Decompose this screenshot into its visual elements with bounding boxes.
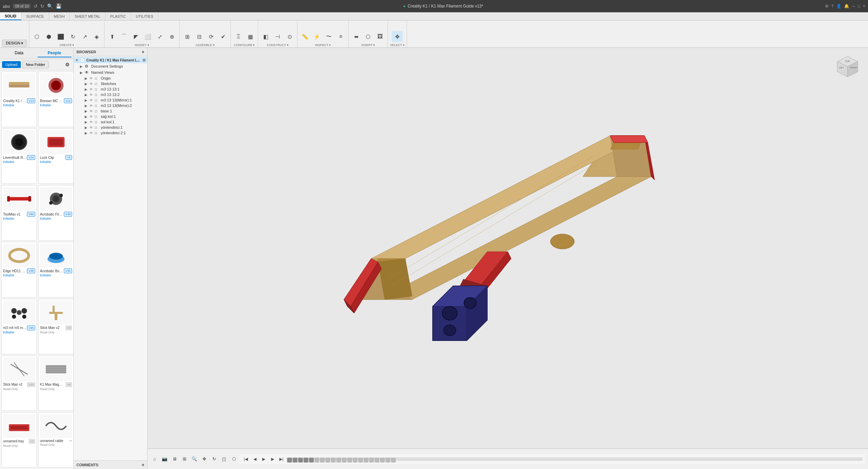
modify-press-icon[interactable]: ⬆ — [107, 31, 117, 42]
construct-plane-icon[interactable]: ◧ — [260, 31, 271, 42]
tree-item-m3-mirror-1[interactable]: ▶ 👁 □ m3 13 13(Mirror):1 — [74, 97, 147, 103]
tab-utilities[interactable]: UTILITIES — [131, 12, 158, 20]
tab-plastic[interactable]: PLASTIC — [106, 12, 131, 20]
tab-data[interactable]: Data — [2, 49, 36, 57]
view-display-icon[interactable]: 🖥 — [170, 455, 179, 464]
assemble-joint-icon[interactable]: ⊞ — [182, 31, 193, 42]
asset-item[interactable]: Stick Man v2 V3 Read-Only — [38, 299, 73, 354]
tree-item-yon-1[interactable]: ▶ 👁 □ yönlendirici:1 — [74, 125, 147, 130]
construct-axis-icon[interactable]: ⊣ — [272, 31, 283, 42]
tree-item-sol-kol[interactable]: ▶ 👁 □ sol kol:1 — [74, 119, 147, 125]
assemble-asbuilt-icon[interactable]: ⊟ — [194, 31, 205, 42]
timeline-end-btn[interactable]: ▶| — [278, 455, 285, 463]
tab-solid[interactable]: SOLID — [0, 12, 22, 20]
create-cyl-icon[interactable]: ⬢ — [43, 31, 54, 42]
tree-item-doc-settings[interactable]: ▶ ⚙ Document Settings — [74, 63, 147, 69]
tab-mesh[interactable]: MESH — [49, 12, 70, 20]
minimize-icon[interactable]: ─ — [852, 4, 855, 9]
insert-svg-icon[interactable]: ⬌ — [351, 31, 362, 42]
settings-icon[interactable]: ⚙ — [825, 4, 829, 9]
tree-item-m3-mirror-2[interactable]: ▶ 👁 □ m3 13 13(Mirror):2 — [74, 103, 147, 108]
create-revolve-icon[interactable]: ↻ — [67, 31, 78, 42]
tree-item-yon-2[interactable]: ▶ 👁 □ yönlendirici 2:1 — [74, 130, 147, 136]
asset-item[interactable]: Creality K1 / K1... V13 Editable — [1, 72, 37, 127]
settings-button[interactable]: ⚙ — [63, 60, 71, 69]
save-icon[interactable]: 💾 — [56, 3, 61, 9]
modify-chamfer-icon[interactable]: ◤ — [130, 31, 141, 42]
tree-item-root[interactable]: ▼ 📄 Creality K1 / K1 Max Filament L... ⚙ — [74, 57, 147, 63]
viewcube[interactable]: TOP FRONT LEFT — [834, 55, 861, 82]
tree-item-m3-1[interactable]: ▶ 👁 □ m3 13 13:1 — [74, 86, 147, 92]
redo-icon[interactable]: ↻ — [40, 3, 44, 9]
tab-sheet-metal[interactable]: SHEET METAL — [70, 12, 105, 20]
view-pan-icon[interactable]: ✥ — [200, 455, 209, 464]
timeline-prev-btn[interactable]: ◀ — [251, 455, 258, 463]
tree-item-sag-kol[interactable]: ▶ 👁 □ sağ kol:1 — [74, 114, 147, 119]
inspect-zebra-icon[interactable]: ≡ — [335, 31, 346, 42]
view-zoom-icon[interactable]: 🔍 — [190, 455, 199, 464]
asset-item[interactable]: Bresser MC 127... V12 Editable — [38, 72, 73, 127]
asset-item[interactable]: ToolMax v1 V40 Editable — [1, 185, 37, 240]
modify-scale-icon[interactable]: ⤢ — [154, 31, 165, 42]
asset-item[interactable]: m3 m4 m5 m6 1... V45 Editable — [1, 299, 37, 354]
comments-expand-icon[interactable]: + — [142, 462, 144, 468]
inspect-curvature-icon[interactable]: 〜 — [323, 31, 334, 42]
configure-param-icon[interactable]: Ξ — [233, 31, 244, 42]
maximize-icon[interactable]: □ — [858, 4, 860, 9]
tab-surface[interactable]: SURFACE — [22, 12, 49, 20]
upload-button[interactable]: Upload — [2, 61, 21, 68]
create-loft-icon[interactable]: ◈ — [91, 31, 102, 42]
tree-item-origin[interactable]: ▶ 👁 □ Origin — [74, 75, 147, 81]
tree-item-base1[interactable]: ▶ 👁 □ base 1 — [74, 108, 147, 114]
modify-shell-icon[interactable]: ⬜ — [142, 31, 153, 42]
asset-item[interactable]: Acrobatic Filame... V40 Editable — [38, 185, 73, 240]
asset-item[interactable]: Lock Clip V5 Editable — [38, 128, 73, 184]
help-icon[interactable]: ? — [831, 4, 834, 9]
create-sweep-icon[interactable]: ↗ — [79, 31, 90, 42]
timeline-play-btn[interactable]: ▶ — [260, 455, 267, 463]
close-icon[interactable]: × — [863, 4, 865, 9]
modify-fillet-icon[interactable]: ⌒ — [118, 31, 129, 42]
new-folder-button[interactable]: New Folder — [22, 61, 49, 68]
timeline-next-btn[interactable]: ▶ — [269, 455, 276, 463]
asset-item[interactable]: Acrobatic Bowd... V35 Editable — [38, 242, 73, 297]
view-orbit-icon[interactable]: ↻ — [210, 455, 219, 464]
view-camera-icon[interactable]: 📷 — [160, 455, 169, 464]
viewport[interactable]: TOP FRONT LEFT ⌂ 📷 🖥 ⊞ 🔍 ✥ ↻ ◫ ⬡ |◀ ◀ ▶ … — [148, 48, 868, 469]
inspect-measure-icon[interactable]: 📏 — [299, 31, 310, 42]
undo-icon[interactable]: ↺ — [33, 3, 38, 9]
asset-item[interactable]: unnamed cable Read-Only — [38, 412, 73, 468]
tree-item-sketches[interactable]: ▶ 👁 □ Sketches — [74, 81, 147, 86]
modify-combine-icon[interactable]: ⊕ — [166, 31, 177, 42]
insert-canvas-icon[interactable]: 🖼 — [375, 31, 386, 42]
asset-item[interactable]: K1 Max Magnet... V6 Read-Only — [38, 356, 73, 411]
select-arrow-icon[interactable]: ✥ — [392, 31, 403, 42]
view-zoom-fit-icon[interactable]: ⊞ — [180, 455, 189, 464]
tree-settings-icon[interactable]: ⚙ — [142, 58, 146, 63]
inspect-interference-icon[interactable]: ⚡ — [311, 31, 322, 42]
tree-item-named-views[interactable]: ▶ 👁 Named Views — [74, 69, 147, 75]
create-box-icon[interactable]: ⬡ — [31, 31, 42, 42]
bell-icon[interactable]: 🔔 — [844, 4, 849, 9]
view-home-icon[interactable]: ⌂ — [150, 455, 159, 464]
asset-item[interactable]: unnamed tray V2 Read-Only — [1, 412, 37, 468]
asset-item[interactable]: Stick Man v1 V20 Read-Only — [1, 356, 37, 411]
design-dropdown[interactable]: DESIGN ▾ — [2, 40, 27, 47]
create-extrude-icon[interactable]: ⬛ — [55, 31, 66, 42]
timeline-beginning-btn[interactable]: |◀ — [242, 455, 250, 463]
view-perspective-icon[interactable]: ◫ — [220, 455, 228, 464]
asset-item[interactable]: Edge HD11 Tri... V35 Editable — [1, 242, 37, 297]
assemble-enable-icon[interactable]: ✔ — [218, 31, 228, 42]
view-wireframe-icon[interactable]: ⬡ — [229, 455, 238, 464]
tab-people[interactable]: People — [38, 49, 72, 57]
construct-point-icon[interactable]: ⊙ — [284, 31, 295, 42]
browser-expand-icon[interactable]: + — [142, 49, 144, 55]
assemble-motion-icon[interactable]: ⟳ — [206, 31, 216, 42]
user-icon[interactable]: 👤 — [836, 4, 841, 9]
timeline-track[interactable] — [286, 457, 863, 461]
asset-item[interactable]: Leventhuik RA 30... V24 Editable — [1, 128, 37, 184]
search-icon[interactable]: 🔍 — [47, 3, 53, 9]
configure-table-icon[interactable]: ▦ — [245, 31, 256, 42]
tree-item-m3-2[interactable]: ▶ 👁 □ m3 13 13:2 — [74, 92, 147, 97]
insert-mesh-icon[interactable]: ⬡ — [363, 31, 374, 42]
